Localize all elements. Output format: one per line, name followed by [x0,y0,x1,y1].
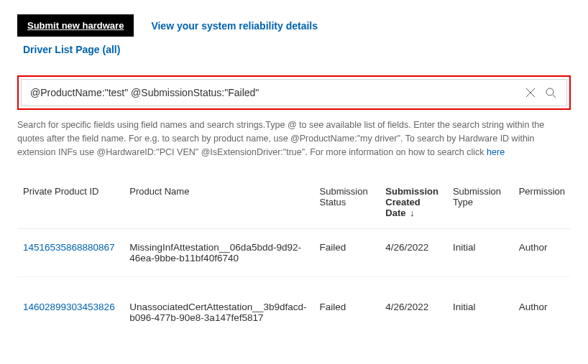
cell-permission: Author [513,229,571,277]
cell-status: Failed [314,229,380,277]
cell-date: 4/26/2022 [380,277,447,337]
column-header-date[interactable]: Submission Created Date ↓ [380,179,447,229]
svg-point-0 [546,88,553,95]
cell-type: Initial [447,229,513,277]
column-header-name[interactable]: Product Name [124,179,313,229]
driver-list-page-link[interactable]: Driver List Page (all) [17,44,120,55]
column-header-id[interactable]: Private Product ID [17,179,124,229]
cell-type: Initial [447,277,513,337]
table-row: 14516535868880867 MissingInfAttestation_… [17,229,571,277]
close-icon [525,87,536,98]
sort-descending-icon: ↓ [410,207,415,218]
submit-new-hardware-button[interactable]: Submit new hardware [17,14,134,37]
cell-date: 4/26/2022 [380,229,447,277]
table-row: 14602899303453826 UnassociatedCertAttest… [17,277,571,337]
cell-product-name: MissingInfAttestation__06da5bdd-9d92-46e… [124,229,313,277]
product-id-link[interactable]: 14602899303453826 [23,302,115,312]
column-header-permission[interactable]: Permission [513,179,571,229]
reliability-details-link[interactable]: View your system reliability details [151,20,318,32]
cell-permission: Author [513,277,571,337]
column-header-type[interactable]: Submission Type [447,179,513,229]
cell-product-name: UnassociatedCertAttestation__3b9dfacd-b0… [124,277,313,337]
search-input[interactable] [27,83,520,103]
clear-search-button[interactable] [520,83,541,103]
search-icon [545,87,556,98]
search-highlight-frame [17,75,571,110]
results-table: Private Product ID Product Name Submissi… [17,179,571,336]
product-id-link[interactable]: 14516535868880867 [23,242,115,253]
help-here-link[interactable]: here [487,147,505,157]
cell-status: Failed [314,277,380,337]
search-box [21,79,567,106]
search-button[interactable] [541,83,561,103]
column-header-status[interactable]: Submission Status [314,179,380,229]
search-help-text: Search for specific fields using field n… [17,118,571,159]
